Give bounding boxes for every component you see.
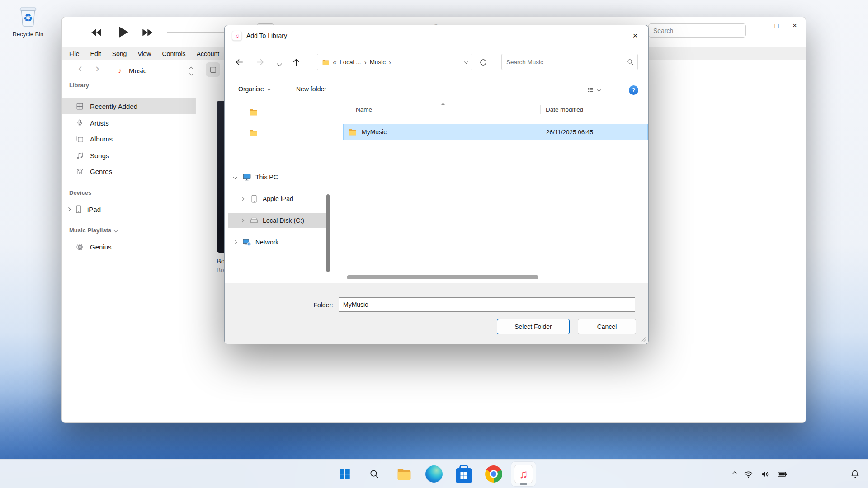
collapse-chevron-icon[interactable] (233, 175, 237, 179)
maximize-button[interactable]: □ (770, 20, 783, 32)
breadcrumb-bar[interactable]: « Local ... › Music › (317, 54, 472, 70)
itunes-search-input[interactable] (648, 23, 746, 38)
chevron-down-icon (597, 88, 601, 92)
sidebar-item-genius[interactable]: Genius (62, 239, 196, 255)
folder-icon (249, 128, 258, 137)
close-button[interactable]: × (788, 20, 801, 32)
menu-controls[interactable]: Controls (162, 50, 185, 57)
expand-chevron-icon[interactable] (233, 240, 237, 244)
folder-label: Folder: (297, 301, 333, 309)
back-button[interactable] (235, 57, 245, 67)
recycle-bin-icon: ♻ (18, 5, 38, 30)
collapse-chevron-icon[interactable] (114, 228, 118, 232)
up-button[interactable] (292, 57, 302, 67)
folder-name-input[interactable] (339, 297, 635, 312)
forward-button[interactable] (255, 57, 265, 67)
notification-bell-icon[interactable] (850, 469, 860, 479)
battery-icon[interactable] (777, 469, 788, 479)
tree-item-this-pc[interactable]: This PC (228, 170, 326, 184)
recycle-symbol-icon: ♻ (18, 12, 38, 24)
breadcrumb-current[interactable]: Music (370, 59, 386, 66)
volume-icon[interactable] (760, 469, 770, 479)
taskbar-itunes-button[interactable]: ♫ (511, 462, 536, 486)
show-hidden-icons-button[interactable] (733, 472, 736, 476)
resize-grip[interactable] (641, 337, 646, 342)
chevron-right-icon[interactable]: › (364, 59, 367, 66)
column-header-name[interactable]: Name (356, 106, 372, 113)
menu-edit[interactable]: Edit (90, 50, 101, 57)
sidebar-item-genres[interactable]: Genres (62, 163, 196, 179)
microphone-icon (75, 119, 84, 127)
dialog-close-button[interactable]: × (627, 29, 643, 42)
address-dropdown-chevron[interactable] (464, 60, 468, 64)
tree-item-folder[interactable] (228, 105, 326, 119)
minimize-button[interactable]: ─ (752, 20, 765, 32)
breadcrumb-overflow-icon[interactable]: « (333, 59, 336, 66)
expand-chevron-icon[interactable] (67, 207, 71, 211)
new-folder-button[interactable]: New folder (296, 85, 326, 93)
list-view-icon (586, 86, 594, 94)
library-selector-chevrons-icon[interactable] (190, 67, 193, 75)
taskbar-chrome-button[interactable] (481, 462, 506, 486)
search-icon[interactable] (627, 58, 634, 66)
expand-chevron-icon[interactable] (241, 197, 244, 201)
play-button[interactable] (115, 24, 131, 40)
file-row-mymusic[interactable]: MyMusic 26/11/2025 06:45 (343, 124, 648, 140)
sidebar-item-recently-added[interactable]: Recently Added (62, 98, 196, 114)
tree-item-apple-ipad[interactable]: Apple iPad (228, 192, 326, 206)
sidebar-item-artists[interactable]: Artists (62, 115, 196, 131)
taskbar-search-button[interactable] (362, 462, 387, 486)
menu-song[interactable]: Song (112, 50, 127, 57)
menu-account[interactable]: Account (197, 50, 220, 57)
ipad-icon (250, 194, 259, 203)
nav-back-button[interactable]: ‹ (78, 62, 82, 74)
menu-file[interactable]: File (69, 50, 80, 57)
tree-item-local-disk[interactable]: Local Disk (C:) (228, 213, 326, 228)
fast-forward-button[interactable] (141, 26, 155, 39)
chevron-right-icon[interactable]: › (389, 59, 391, 66)
view-options-button[interactable] (586, 86, 600, 94)
sidebar-item-albums[interactable]: Albums (62, 131, 196, 147)
recent-locations-chevron[interactable] (274, 58, 284, 68)
itunes-sidebar: Library Recently Added Artists Albums So… (62, 81, 197, 422)
nav-forward-button[interactable]: › (95, 62, 99, 74)
organise-button[interactable]: Organise (238, 85, 270, 93)
taskbar: ♫ (0, 459, 868, 488)
grid-view-button[interactable] (206, 62, 220, 77)
sidebar-item-ipad[interactable]: iPad (62, 201, 196, 217)
song-note-icon (75, 151, 84, 160)
desktop-wallpaper: ♻ Recycle Bin ♫ ─ □ × File Edit (0, 0, 868, 488)
edge-icon (425, 465, 443, 483)
breadcrumb-root[interactable]: Local ... (340, 59, 361, 66)
start-button[interactable] (332, 462, 357, 486)
help-button[interactable]: ? (629, 85, 638, 95)
tree-item-network[interactable]: Network (228, 235, 326, 249)
dialog-body: This PC Apple iPad Local Disk (C:) Netwo… (225, 102, 648, 275)
wifi-icon[interactable] (744, 469, 753, 479)
select-folder-button[interactable]: Select Folder (497, 319, 570, 334)
tree-item-folder[interactable] (228, 126, 326, 140)
recycle-bin[interactable]: ♻ Recycle Bin (7, 5, 49, 38)
column-header-date-modified[interactable]: Date modified (546, 106, 583, 113)
column-divider[interactable] (540, 105, 541, 114)
list-horizontal-scrollbar-thumb[interactable] (347, 275, 538, 279)
system-tray (733, 460, 788, 488)
sidebar-library-header: Library (69, 82, 89, 89)
menu-view[interactable]: View (137, 50, 151, 57)
notifications-area (850, 460, 860, 488)
file-list: Name Date modified MyMusic 26/11/2025 06… (333, 102, 648, 275)
taskbar-edge-button[interactable] (422, 462, 446, 486)
refresh-button[interactable] (479, 57, 489, 67)
taskbar-store-button[interactable] (452, 462, 476, 486)
expand-chevron-icon[interactable] (241, 219, 244, 222)
mixer-icon (75, 167, 84, 176)
windows-logo-icon (339, 468, 351, 480)
sidebar-item-songs[interactable]: Songs (62, 147, 196, 164)
library-selector[interactable]: Music (129, 67, 146, 75)
dialog-search-input[interactable] (502, 54, 637, 70)
dialog-footer: Folder: Select Folder Cancel (225, 283, 648, 344)
taskbar-file-explorer-button[interactable] (392, 462, 416, 486)
tree-scrollbar-thumb[interactable] (326, 194, 330, 272)
cancel-button[interactable]: Cancel (578, 319, 636, 334)
rewind-button[interactable] (89, 26, 103, 39)
